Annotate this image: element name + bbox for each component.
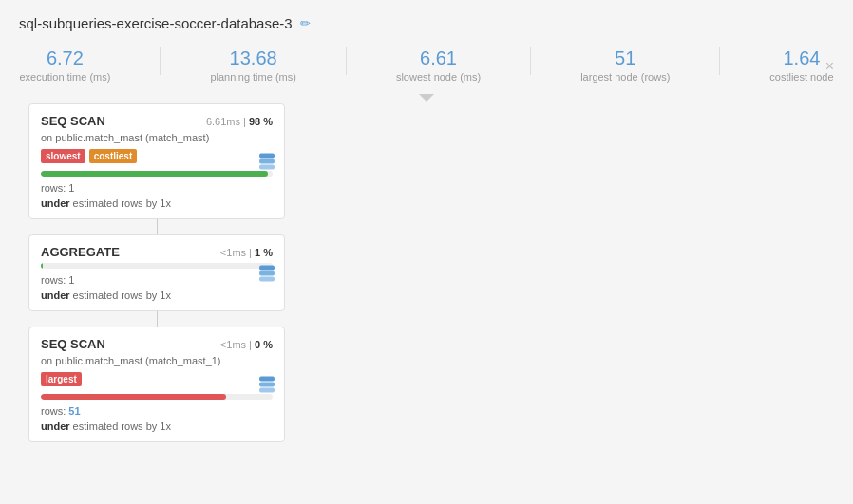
edit-icon[interactable]: ✏ [300,16,311,30]
metric-largest-node: 51 largest node (rows) [580,47,670,83]
metric-separator [530,47,531,75]
db-icon [259,265,275,281]
metric-label-planning-time: planning time (ms) [210,71,295,83]
node-subtitle: on public.match_mast (match_mast) [41,132,273,143]
node-header: SEQ SCAN 6.61ms | 98 % [41,114,273,128]
metric-separator [346,47,347,75]
metric-label-slowest-node: slowest node (ms) [396,71,481,83]
metric-value-execution-time: 6.72 [19,47,110,69]
node-timing: <1ms | 0 % [220,339,273,350]
db-icon [259,154,275,170]
badge-costliest: costliest [89,149,138,163]
metrics-bar: 6.72 execution time (ms) 13.68 planning … [0,39,853,94]
node-subtitle: on public.match_mast (match_mast_1) [41,355,273,366]
metric-separator [719,47,720,75]
page-title-bar: sql-subqueries-exercise-soccer-database-… [0,0,853,39]
node-type: SEQ SCAN [41,337,105,351]
node-rows: rows: 1 [41,274,273,286]
metric-label-largest-node: largest node (rows) [580,71,670,83]
metric-value-costliest-node: 1.64 [769,47,833,69]
metric-costliest-node: 1.64 costliest node [769,47,833,83]
node-header: AGGREGATE <1ms | 1 % [41,245,273,259]
nodes-container: SEQ SCAN 6.61ms | 98 % on public.match_m… [19,103,294,442]
metric-execution-time: 6.72 execution time (ms) [19,47,110,83]
progress-bar [41,394,273,400]
node-type: SEQ SCAN [41,114,105,128]
metric-slowest-node: 6.61 slowest node (ms) [396,47,481,83]
metric-separator [160,47,161,75]
node-timing: 6.61ms | 98 % [206,116,273,127]
node-pct: 98 % [249,116,273,127]
metric-value-slowest-node: 6.61 [396,47,481,69]
metric-label-costliest-node: costliest node [769,71,833,83]
badges-container: largest [41,372,273,386]
node-rows: rows: 51 [41,405,273,417]
node-pct: 1 % [255,247,273,258]
badges-container: slowestcostliest [41,149,273,163]
node-card-node-2: AGGREGATE <1ms | 1 % rows: 1 under estim… [28,234,285,311]
metric-planning-time: 13.68 planning time (ms) [210,47,295,83]
badge-slowest: slowest [41,149,85,163]
main-content: SEQ SCAN 6.61ms | 98 % on public.match_m… [0,94,853,452]
node-rows: rows: 1 [41,182,273,194]
progress-fill [41,394,226,400]
metric-value-planning-time: 13.68 [210,47,295,69]
node-connector [157,311,158,327]
node-pct: 0 % [255,339,273,350]
node-estimate: under estimated rows by 1x [41,289,273,301]
node-header: SEQ SCAN <1ms | 0 % [41,337,273,351]
page-title: sql-subqueries-exercise-soccer-database-… [19,15,293,31]
progress-fill [41,171,268,177]
node-estimate: under estimated rows by 1x [41,197,273,209]
progress-bar [41,171,273,177]
node-estimate: under estimated rows by 1x [41,420,273,432]
node-card-node-1: SEQ SCAN 6.61ms | 98 % on public.match_m… [28,103,285,219]
node-connector [157,219,158,234]
badge-largest: largest [41,372,82,386]
node-type: AGGREGATE [41,245,120,259]
db-icon [259,377,275,393]
metric-value-largest-node: 51 [580,47,670,69]
metric-label-execution-time: execution time (ms) [19,71,110,83]
progress-bar [41,263,273,269]
arrow-indicator [419,94,434,102]
node-card-node-3: SEQ SCAN <1ms | 0 % on public.match_mast… [28,327,285,442]
close-button[interactable]: × [825,58,834,75]
progress-fill [41,263,43,269]
node-timing: <1ms | 1 % [220,247,273,258]
